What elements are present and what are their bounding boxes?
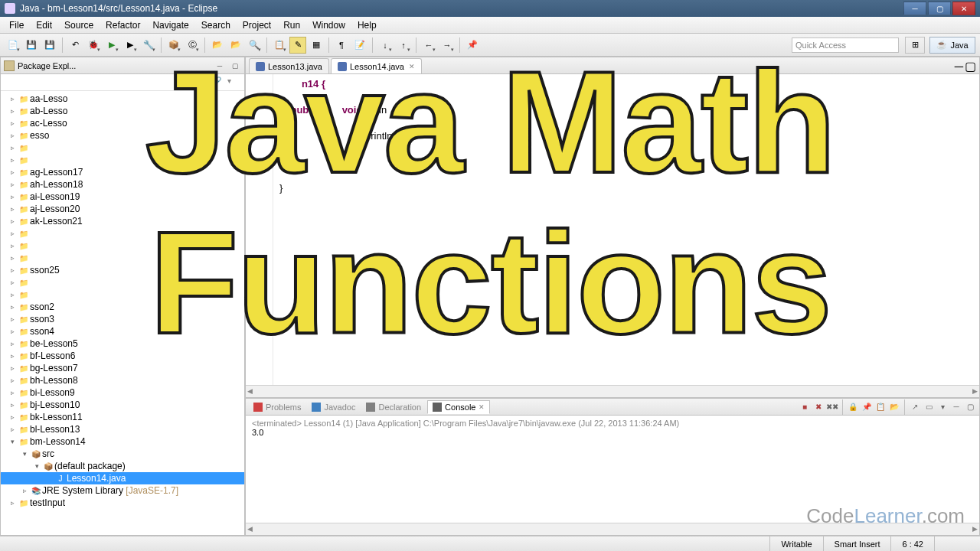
new-button[interactable]: 📄 <box>5 37 21 54</box>
tree-row[interactable]: ▹📁bg-Lesson7 <box>1 362 244 374</box>
tree-twisty-icon[interactable]: ▹ <box>7 168 18 176</box>
editor-maximize-button[interactable]: ▢ <box>965 59 976 73</box>
tree-row[interactable]: ▹📁ai-Lesson19 <box>1 191 244 203</box>
menu-window[interactable]: Window <box>306 18 351 32</box>
tree-twisty-icon[interactable]: ▹ <box>7 242 18 249</box>
menu-refactor[interactable]: Refactor <box>100 18 146 32</box>
tree-twisty-icon[interactable]: ▹ <box>7 217 18 225</box>
tree-twisty-icon[interactable]: ▹ <box>7 266 18 274</box>
tree-twisty-icon[interactable]: ▹ <box>7 425 18 433</box>
view-minimize-button[interactable]: ─ <box>214 60 226 72</box>
tree-row[interactable]: ▹📁 <box>1 154 244 166</box>
tree-twisty-icon[interactable]: ▹ <box>7 377 18 384</box>
tree-row[interactable]: ▹📁bl-Lesson13 <box>1 423 244 435</box>
editor-horizontal-scrollbar[interactable] <box>246 385 979 397</box>
console-remove-all-button[interactable]: ✖ <box>812 401 825 413</box>
tree-twisty-icon[interactable]: ▹ <box>7 230 18 237</box>
tree-twisty-icon[interactable]: ▾ <box>19 450 30 458</box>
tree-row[interactable]: ▹📁ab-Lesso <box>1 105 244 117</box>
next-annotation-button[interactable]: ↓ <box>377 37 394 54</box>
open-perspective-button[interactable]: ⊞ <box>905 37 925 54</box>
console-open-button[interactable]: 📂 <box>888 401 900 413</box>
tree-twisty-icon[interactable]: ▹ <box>7 401 18 409</box>
tree-row[interactable]: ▹📁aj-Lesson20 <box>1 203 244 215</box>
console-menu-button[interactable]: ▾ <box>936 401 949 413</box>
tree-twisty-icon[interactable]: ▾ <box>7 438 18 445</box>
tree-row[interactable]: ▹📁esso <box>1 129 244 142</box>
pin-editor-button[interactable]: 📌 <box>464 37 481 54</box>
bottom-tab-javadoc[interactable]: Javadoc <box>307 401 360 413</box>
debug-button[interactable]: 🐞 <box>85 37 102 54</box>
menu-navigate[interactable]: Navigate <box>146 18 194 32</box>
tab-close-button[interactable]: ✕ <box>479 403 485 411</box>
view-menu-button[interactable]: ▾ <box>227 77 240 89</box>
open-type-button[interactable]: 📂 <box>209 37 226 54</box>
forward-button[interactable]: → <box>439 37 456 54</box>
editor-tab[interactable]: Lesson13.java <box>249 58 329 73</box>
tree-twisty-icon[interactable]: ▹ <box>7 193 18 201</box>
tree-row[interactable]: ▾📦src <box>1 448 244 460</box>
tab-close-button[interactable]: ✕ <box>409 63 415 70</box>
menu-run[interactable]: Run <box>277 18 306 32</box>
editor-tab[interactable]: Lesson14.java✕ <box>331 58 422 73</box>
menu-search[interactable]: Search <box>195 18 237 32</box>
collapse-all-button[interactable]: ⇆ <box>197 77 209 89</box>
external-tools-button[interactable]: 🔧 <box>140 37 157 54</box>
java-perspective-button[interactable]: ☕ Java <box>929 37 975 54</box>
tree-row[interactable]: JLesson14.java <box>1 472 244 484</box>
tree-row[interactable]: ▾📦(default package) <box>1 460 244 472</box>
tree-row[interactable]: ▹📁bf-Lesson6 <box>1 350 244 362</box>
console-minimize-button[interactable]: ─ <box>950 401 962 413</box>
tree-row[interactable]: ▹📁 <box>1 142 244 154</box>
tree-row[interactable]: ▹📁ak-Lesson21 <box>1 215 244 227</box>
console-pin-button[interactable]: 📌 <box>861 401 873 413</box>
back-button[interactable]: ← <box>420 37 437 54</box>
tree-twisty-icon[interactable]: ▹ <box>7 279 18 286</box>
coverage-button[interactable]: ▶ <box>122 37 139 54</box>
bottom-tab-declaration[interactable]: Declaration <box>361 401 426 413</box>
tree-twisty-icon[interactable]: ▹ <box>7 181 18 188</box>
tree-twisty-icon[interactable]: ▹ <box>7 364 18 372</box>
tree-twisty-icon[interactable]: ▹ <box>7 107 18 115</box>
annotation-button[interactable]: 📝 <box>351 37 368 54</box>
tree-row[interactable]: ▹📁testInput <box>1 497 244 509</box>
window-close-button[interactable]: ✕ <box>952 2 975 15</box>
menu-source[interactable]: Source <box>58 18 100 32</box>
tree-row[interactable]: ▹📁sson2 <box>1 301 244 313</box>
console-clear-button[interactable]: ✖✖ <box>826 401 838 413</box>
tree-twisty-icon[interactable]: ▹ <box>7 389 18 396</box>
console-new-view-button[interactable]: ↗ <box>909 401 921 413</box>
save-all-button[interactable]: 💾 <box>41 37 58 54</box>
editor-body[interactable]: n14 { publi void main println( 0 }} <box>246 74 979 385</box>
console-select-button[interactable]: ▭ <box>923 401 935 413</box>
tree-row[interactable]: ▹📚JRE System Library [JavaSE-1.7] <box>1 484 244 497</box>
bottom-tab-console[interactable]: Console ✕ <box>427 400 490 414</box>
quick-access-input[interactable]: Quick Access <box>792 37 899 53</box>
editor-minimize-button[interactable]: ─ <box>955 60 963 73</box>
block-selection-button[interactable]: ▦ <box>308 37 325 54</box>
tree-twisty-icon[interactable]: ▹ <box>7 95 18 103</box>
tree-row[interactable]: ▹📁 <box>1 289 244 301</box>
toggle-breadcrumb-button[interactable]: 📋 <box>271 37 288 54</box>
window-maximize-button[interactable]: ▢ <box>928 2 951 15</box>
tree-row[interactable]: ▹📁 <box>1 240 244 252</box>
menu-file[interactable]: File <box>3 18 30 32</box>
undo-button[interactable]: ↶ <box>67 37 83 54</box>
tree-row[interactable]: ▹📁be-Lesson5 <box>1 337 244 350</box>
new-package-button[interactable]: 📦 <box>165 37 182 54</box>
tree-twisty-icon[interactable]: ▹ <box>7 413 18 421</box>
link-editor-button[interactable]: 🔗 <box>212 77 224 89</box>
tree-twisty-icon[interactable]: ▹ <box>7 119 18 127</box>
tree-row[interactable]: ▹📁sson3 <box>1 313 244 325</box>
tree-twisty-icon[interactable]: ▹ <box>7 499 18 507</box>
tree-row[interactable]: ▹📁ac-Lesso <box>1 117 244 129</box>
console-scroll-lock-button[interactable]: 🔒 <box>847 401 859 413</box>
tree-row[interactable]: ▹📁 <box>1 276 244 289</box>
bottom-tab-problems[interactable]: Problems <box>249 401 305 413</box>
save-button[interactable]: 💾 <box>23 37 40 54</box>
tree-row[interactable]: ▹📁bj-Lesson10 <box>1 399 244 411</box>
tree-twisty-icon[interactable]: ▹ <box>7 340 18 347</box>
tree-twisty-icon[interactable]: ▹ <box>7 352 18 360</box>
run-button[interactable]: ▶ <box>103 37 120 54</box>
console-maximize-button[interactable]: ▢ <box>964 401 976 413</box>
